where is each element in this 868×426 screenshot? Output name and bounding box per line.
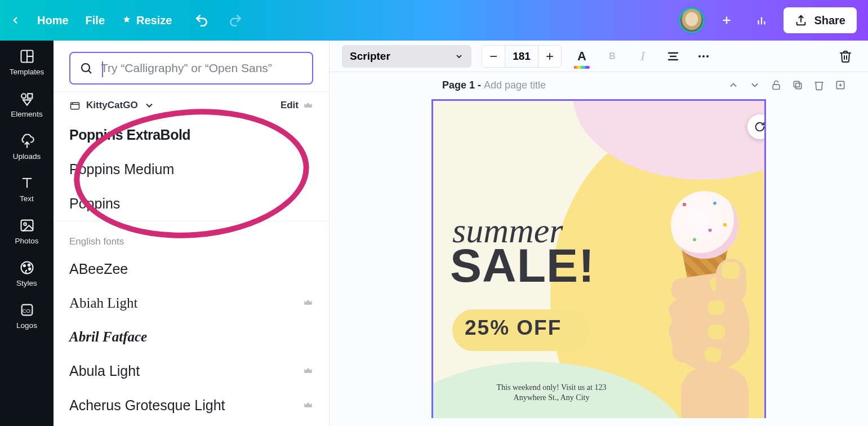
chevron-down-icon: [455, 52, 464, 61]
page-up-icon[interactable]: [726, 78, 741, 92]
font-size-decrease[interactable]: −: [482, 46, 505, 67]
font-option-poppins[interactable]: Poppins: [54, 187, 329, 221]
font-option-poppins-medium[interactable]: Poppins Medium: [54, 152, 329, 187]
side-rail: Templates Elements Uploads Text Photos S…: [0, 41, 54, 426]
add-button[interactable]: [714, 7, 740, 33]
svg-point-16: [24, 223, 26, 225]
svg-point-9: [21, 94, 26, 98]
search-icon: [79, 61, 93, 75]
text-color-button[interactable]: A: [572, 46, 592, 66]
brand-kit-selector[interactable]: KittyCatGO: [69, 100, 155, 111]
rail-styles[interactable]: Styles: [0, 260, 54, 287]
font-label: ABeeZee: [69, 261, 128, 277]
upload-icon: [795, 14, 807, 26]
font-size-increase[interactable]: +: [538, 46, 561, 67]
rail-photos[interactable]: Photos: [0, 218, 54, 245]
rail-elements[interactable]: Elements: [0, 91, 54, 118]
font-section-heading: English fonts: [54, 221, 329, 252]
font-label: Poppins ExtraBold: [69, 127, 190, 143]
resize-label: Resize: [136, 14, 172, 27]
brand-kit-row: KittyCatGO Edit: [54, 91, 329, 118]
font-label: Abiah Light: [69, 295, 138, 311]
svg-point-32: [706, 55, 709, 57]
delete-button[interactable]: [835, 46, 856, 66]
resize-menu[interactable]: Resize: [122, 14, 172, 27]
canvas-area: Scripter − 181 + A B I Pag: [330, 41, 868, 426]
svg-point-19: [28, 264, 30, 267]
top-bar: Home File Resize Share: [0, 0, 868, 41]
font-label: Poppins Medium: [69, 161, 174, 178]
rail-uploads[interactable]: Uploads: [0, 133, 54, 161]
text-sale[interactable]: SALE!: [450, 238, 595, 293]
svg-point-30: [698, 55, 701, 57]
share-button[interactable]: Share: [784, 7, 857, 33]
font-list: Poppins ExtraBold Poppins Medium Poppins…: [54, 118, 329, 426]
font-panel: Try “Calligraphy” or “Open Sans” KittyCa…: [54, 41, 330, 426]
svg-rect-15: [21, 220, 33, 231]
svg-point-23: [82, 64, 90, 72]
rail-styles-label: Styles: [16, 279, 37, 287]
font-option-poppins-extrabold[interactable]: Poppins ExtraBold: [54, 118, 329, 152]
text-footer[interactable]: This weekend only! Visit us at 123 Anywh…: [467, 383, 636, 402]
font-size-value[interactable]: 181: [505, 46, 538, 67]
svg-point-17: [21, 262, 33, 274]
font-label: Abula Light: [69, 363, 140, 379]
rail-logos[interactable]: CO. Logos: [0, 302, 54, 330]
share-label: Share: [814, 14, 845, 27]
trash-icon[interactable]: [812, 78, 826, 92]
alignment-button[interactable]: [663, 46, 683, 66]
font-option-abula-light[interactable]: Abula Light: [54, 354, 329, 388]
crown-icon: [303, 363, 313, 379]
text-discount[interactable]: 25% OFF: [465, 316, 562, 340]
back-icon[interactable]: [10, 15, 20, 25]
undo-icon[interactable]: [194, 13, 209, 28]
page-down-icon[interactable]: [747, 78, 762, 92]
search-placeholder: Try “Calligraphy” or “Open Sans”: [101, 61, 272, 75]
brand-edit-button[interactable]: Edit: [281, 100, 313, 111]
more-button[interactable]: [693, 46, 714, 66]
page-label[interactable]: Page 1 - Add page title: [442, 79, 546, 91]
font-option-abeezee[interactable]: ABeeZee: [54, 252, 329, 286]
canvas-stage[interactable]: summer SALE! 25% OFF This weekend only! …: [330, 97, 868, 426]
svg-marker-11: [23, 100, 31, 105]
font-option-abiah-light[interactable]: Abiah Light: [54, 286, 329, 320]
font-option-abril-fatface[interactable]: Abril Fatface: [54, 320, 329, 354]
rail-templates-label: Templates: [10, 68, 44, 76]
rail-logos-label: Logos: [16, 321, 37, 330]
icecream-image[interactable]: [661, 191, 756, 410]
text-property-bar: Scripter − 181 + A B I: [330, 41, 868, 72]
lock-icon[interactable]: [769, 78, 784, 92]
font-dd-value: Scripter: [350, 50, 390, 63]
svg-point-31: [702, 55, 705, 57]
font-family-dropdown[interactable]: Scripter: [342, 45, 471, 68]
home-link[interactable]: Home: [37, 14, 69, 27]
svg-line-24: [89, 71, 92, 74]
svg-rect-10: [28, 94, 32, 98]
redo-icon[interactable]: [228, 13, 243, 28]
brandkit-icon: [69, 100, 81, 111]
bold-button[interactable]: B: [602, 46, 622, 66]
page-title-placeholder: Add page title: [484, 79, 546, 91]
svg-point-20: [28, 268, 30, 270]
svg-rect-34: [796, 83, 802, 89]
font-search-input[interactable]: Try “Calligraphy” or “Open Sans”: [69, 52, 313, 85]
chevron-down-icon: [144, 100, 155, 111]
file-menu[interactable]: File: [86, 14, 105, 27]
insights-icon[interactable]: [749, 7, 774, 33]
topbar-left: Home File Resize: [10, 14, 172, 27]
font-label: Poppins: [69, 196, 120, 212]
page-name: Page 1 -: [442, 79, 484, 91]
avatar[interactable]: [679, 7, 705, 33]
font-option-acherus-militant[interactable]: Acherus Militant Light: [54, 423, 329, 426]
rail-text[interactable]: Text: [0, 175, 54, 203]
font-option-acherus-grotesque[interactable]: Acherus Grotesque Light: [54, 388, 329, 423]
svg-text:CO.: CO.: [22, 308, 32, 314]
rail-templates[interactable]: Templates: [0, 48, 54, 76]
duplicate-icon[interactable]: [790, 78, 805, 92]
design-canvas[interactable]: summer SALE! 25% OFF This weekend only! …: [431, 99, 766, 418]
add-page-icon[interactable]: [833, 78, 848, 92]
crown-icon: [303, 295, 313, 311]
footer-line-1: This weekend only! Visit us at 123: [497, 383, 607, 392]
italic-button[interactable]: I: [633, 46, 653, 66]
rail-uploads-label: Uploads: [13, 152, 41, 161]
